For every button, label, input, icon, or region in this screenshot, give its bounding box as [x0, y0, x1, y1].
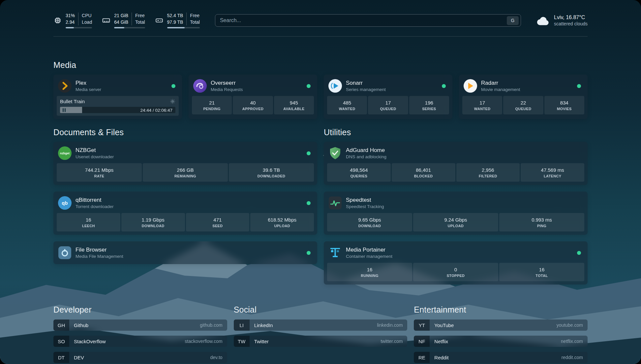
stat-label: SEED	[212, 224, 223, 228]
stat-label: WANTED	[474, 107, 491, 111]
group-title-entertainment: Entertainment	[414, 305, 588, 315]
stat-running: 16 RUNNING	[327, 263, 412, 281]
service-link-filebrowser[interactable]: File Browser Media File Management	[57, 245, 314, 261]
service-card-qbittorrent: qb qBittorrent Torrent downloader 16 LEE…	[53, 192, 317, 235]
group-utilities: Utilities AdGuard Home	[324, 128, 588, 285]
service-name: NZBGet	[76, 147, 114, 154]
bookmark-name: Github	[74, 322, 88, 328]
stat-label: BLOCKED	[414, 174, 433, 178]
stat-downloaded: 39.6 TB DOWNLOADED	[229, 163, 314, 182]
stat-label: RATE	[94, 174, 104, 178]
stat-blocked: 86,401 BLOCKED	[392, 163, 455, 182]
weather-widget: Lviv, 16.87°C scattered clouds	[536, 15, 588, 26]
weather-condition: scattered clouds	[554, 21, 588, 26]
status-dot	[442, 84, 446, 88]
stat-value: 744.21 Mbps	[85, 167, 114, 173]
service-link-qbittorrent[interactable]: qb qBittorrent Torrent downloader	[57, 195, 314, 213]
service-link-speedtest[interactable]: Speedtest Speedtest Tracking	[327, 195, 584, 213]
stat-label: REMAINING	[174, 174, 196, 178]
service-name: Plex	[76, 80, 101, 86]
service-desc: Container management	[346, 254, 392, 259]
background-snow	[0, 0, 1, 1]
service-link-adguard[interactable]: AdGuard Home DNS and adblocking	[327, 145, 584, 163]
service-desc: DNS and adblocking	[346, 154, 386, 159]
stat-wanted: 17 WANTED	[462, 96, 502, 114]
stat-remaining: 266 GB REMAINING	[143, 163, 228, 182]
service-link-radarr[interactable]: Radarr Movie management	[462, 78, 584, 96]
service-link-plex[interactable]: Plex Media server	[57, 78, 179, 96]
playback-time: 24:44 / 02:06:47	[140, 107, 172, 112]
cpu-icon	[53, 16, 62, 25]
plex-icon	[58, 79, 72, 93]
service-desc: Media server	[76, 87, 101, 92]
bookmark-linkedin[interactable]: LI LinkedIn linkedin.com	[234, 319, 408, 331]
memory-icon	[102, 16, 110, 25]
group-title-documents: Documents & Files	[53, 128, 317, 137]
stat-label: TOTAL	[535, 274, 548, 278]
service-link-nzbget[interactable]: nzbget NZBGet Usenet downloader	[57, 145, 314, 163]
stat-value: 17	[385, 100, 391, 106]
group-media: Media Plex Media server	[53, 60, 588, 119]
bookmark-abbr: TW	[234, 336, 250, 347]
gear-icon[interactable]	[170, 99, 175, 104]
stat-movies: 834 MOVIES	[544, 96, 584, 114]
disk-free-label: Free	[190, 13, 200, 19]
nzbget-icon: nzbget	[58, 146, 72, 160]
stat-value: 40	[250, 100, 256, 106]
service-desc: Series management	[346, 87, 386, 92]
search-provider-button[interactable]: G	[507, 16, 519, 25]
stat-value: 266 GB	[177, 167, 194, 173]
bookmark-name: Netflix	[434, 339, 448, 344]
search-input[interactable]	[220, 17, 507, 23]
stat-download: 1.19 Gbps DOWNLOAD	[121, 213, 185, 231]
bookmark-abbr: LI	[234, 319, 250, 331]
service-desc: Media File Management	[76, 254, 123, 259]
plex-now-playing: Bullet Train 24:44 / 02:06:47	[57, 96, 179, 116]
stat-label: DOWNLOADED	[258, 174, 286, 178]
bookmark-name: Reddit	[434, 355, 448, 360]
bookmark-name: YouTube	[434, 322, 454, 328]
stat-label: FILTERED	[479, 174, 497, 178]
service-link-sonarr[interactable]: Sonarr Series management	[327, 78, 449, 96]
stat-queries: 498,564 QUERIES	[327, 163, 391, 182]
stat-value: 0.993 ms	[532, 217, 552, 223]
disk-usage-bar	[167, 27, 200, 28]
stat-value: 618.52 Mbps	[268, 217, 296, 223]
bookmark-stackoverflow[interactable]: SO StackOverflow stackoverflow.com	[53, 336, 227, 347]
svg-text:nzbget: nzbget	[60, 152, 70, 155]
bookmark-domain: reddit.com	[562, 355, 583, 360]
stat-value: 1.19 Gbps	[142, 217, 165, 223]
stat-label: PENDING	[203, 107, 220, 111]
service-desc: Speedtest Tracking	[346, 204, 384, 209]
bookmark-netflix[interactable]: NF Netflix netflix.com	[414, 336, 588, 347]
stat-label: STOPPED	[447, 274, 465, 278]
svg-text:qb: qb	[62, 200, 68, 206]
memory-total-value: 64 GiB	[114, 19, 128, 26]
topbar: 31% 2.94 CPU Load	[53, 13, 588, 37]
status-dot	[577, 84, 581, 88]
memory-usage-bar	[114, 27, 145, 28]
stat-pending: 21 PENDING	[192, 96, 232, 114]
status-dot	[307, 84, 311, 88]
cpu-usage-bar-fill	[66, 27, 74, 28]
sonarr-icon	[328, 79, 342, 93]
pause-icon	[63, 108, 66, 112]
bookmark-abbr: GH	[53, 319, 69, 331]
bookmark-youtube[interactable]: YT YouTube youtube.com	[414, 319, 588, 331]
service-link-overseerr[interactable]: Overseerr Media Requests	[192, 78, 314, 96]
bookmark-github[interactable]: GH Github github.com	[53, 319, 227, 331]
bookmark-reddit[interactable]: RE Reddit reddit.com	[414, 352, 588, 363]
service-link-portainer[interactable]: Media Portainer Container management	[327, 245, 584, 263]
bookmark-dev[interactable]: DT DEV dev.to	[53, 352, 227, 363]
bookmark-twitter[interactable]: TW Twitter twitter.com	[234, 336, 408, 347]
cpu-usage-bar	[66, 27, 92, 28]
bookmark-group-entertainment: Entertainment YT YouTube youtube.com NF …	[414, 305, 588, 363]
status-dot	[577, 251, 581, 255]
stat-label: UPLOAD	[448, 224, 464, 228]
service-card-plex: Plex Media server Bullet Train	[53, 75, 182, 119]
stat-value: 16	[86, 217, 91, 223]
stat-label: MOVIES	[557, 107, 572, 111]
stat-label: DOWNLOAD	[358, 224, 381, 228]
group-title-social: Social	[234, 305, 408, 315]
service-name: Radarr	[481, 80, 520, 86]
